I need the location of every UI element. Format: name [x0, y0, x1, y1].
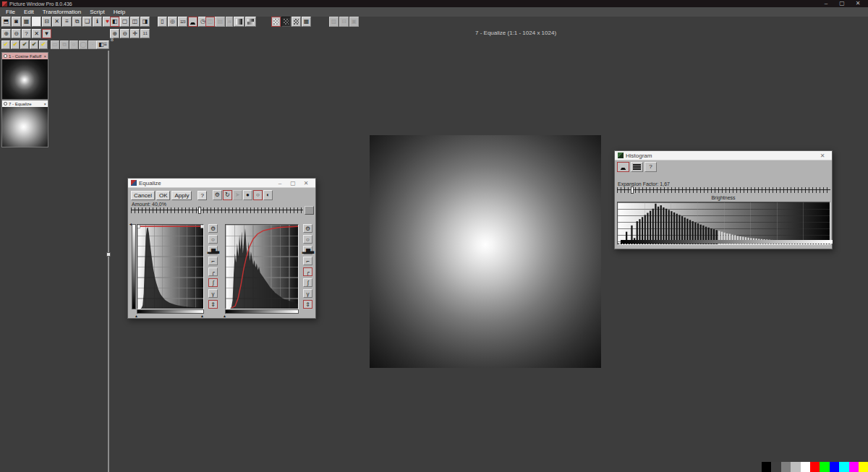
- print-button[interactable]: ⊟: [42, 17, 51, 27]
- swatch-dark-gray[interactable]: [771, 462, 780, 472]
- histwin-close-button[interactable]: ✕: [816, 153, 829, 159]
- menu-file[interactable]: File: [1, 7, 20, 17]
- range-marker[interactable]: ▲: [223, 314, 226, 318]
- out-gamma-icon[interactable]: γ: [303, 289, 312, 298]
- settings-button[interactable]: ⚙: [213, 190, 222, 200]
- zoom-out-button[interactable]: ⊖: [12, 29, 21, 38]
- histogram-tool-button[interactable]: [188, 17, 197, 27]
- apply-button[interactable]: Apply: [171, 191, 192, 200]
- thumbnail-image[interactable]: [2, 107, 48, 147]
- out-updown-icon[interactable]: ⇕: [303, 300, 312, 309]
- mask-check-5-button[interactable]: ✔: [39, 40, 48, 49]
- swatch-blue[interactable]: [830, 462, 839, 472]
- out-scurve-icon[interactable]: ∫: [303, 278, 312, 287]
- input-histogram-plot[interactable]: [137, 224, 204, 309]
- swatch-magenta[interactable]: [849, 462, 859, 472]
- mask-ellipse-button[interactable]: ○: [69, 40, 78, 49]
- out-step-icon[interactable]: ⌐: [303, 257, 312, 265]
- curve-step-icon[interactable]: ⌐: [208, 257, 218, 265]
- output-histogram-plot[interactable]: [225, 224, 299, 309]
- white-point-button[interactable]: ○: [253, 190, 263, 200]
- readout-123-button[interactable]: 123: [178, 17, 187, 27]
- pane-split-button[interactable]: ◫: [130, 17, 140, 27]
- range-marker[interactable]: ◄: [129, 223, 132, 226]
- menu-script[interactable]: Script: [85, 7, 109, 17]
- mask-check-2-button[interactable]: ✔: [11, 40, 20, 49]
- thumbnail-titlebar[interactable]: 7 - Equalize ×: [2, 100, 48, 107]
- clipboard-button[interactable]: ❏: [82, 17, 92, 27]
- amount-slider[interactable]: [131, 207, 303, 213]
- curve-arc-icon[interactable]: ╭: [208, 267, 218, 276]
- mask-check-4-button[interactable]: ✔: [30, 40, 38, 49]
- menu-transformation[interactable]: Transformation: [38, 7, 86, 17]
- out-histogram-icon[interactable]: ▂▆▃: [303, 246, 312, 254]
- range-marker[interactable]: ▲: [135, 314, 138, 318]
- black-point-button[interactable]: ●: [243, 190, 252, 200]
- ok-button[interactable]: OK: [156, 191, 171, 200]
- menu-edit[interactable]: Edit: [20, 7, 38, 17]
- close-tool-button[interactable]: ✕: [32, 29, 41, 38]
- close-icon[interactable]: ×: [43, 54, 46, 59]
- curve-scurve-icon[interactable]: ∫: [208, 278, 218, 287]
- swatch-gray[interactable]: [781, 462, 791, 472]
- menu-help[interactable]: Help: [109, 7, 129, 17]
- app-close-button[interactable]: ✕: [850, 0, 866, 7]
- out-circle-icon[interactable]: ○: [303, 235, 312, 244]
- gradient-button[interactable]: [234, 17, 244, 27]
- input-transfer-curve[interactable]: [137, 225, 203, 309]
- histwin-titlebar[interactable]: Histogram ✕: [615, 151, 832, 160]
- mask-check-3-button[interactable]: ✔: [20, 40, 29, 49]
- blank-button[interactable]: [32, 17, 41, 27]
- app-minimize-button[interactable]: –: [818, 0, 834, 7]
- dialog-titlebar[interactable]: Equalize –▢✕: [128, 179, 315, 188]
- refresh-button[interactable]: ↻: [223, 190, 232, 200]
- app-maximize-button[interactable]: ▢: [834, 0, 850, 7]
- mask-view-button[interactable]: ▨: [329, 17, 339, 27]
- curve-settings-icon[interactable]: ⚙: [208, 224, 218, 233]
- actual-size-button[interactable]: 1:1: [140, 29, 150, 38]
- swatch-green[interactable]: [820, 462, 829, 472]
- magnifier-button[interactable]: ◎: [168, 17, 177, 27]
- histogram-window[interactable]: Histogram ✕ ? Expansion Factor: 1,67 Bri…: [614, 150, 833, 249]
- mask-trash-button[interactable]: ▭: [51, 40, 59, 49]
- table-display-button[interactable]: [631, 162, 643, 172]
- thumbnail-titlebar[interactable]: 1 - Cosine Falloff ×: [2, 53, 48, 59]
- view-zoom-out-button[interactable]: ⊖: [120, 29, 129, 38]
- image-canvas[interactable]: [370, 135, 601, 368]
- pane-right-button[interactable]: ◨: [140, 17, 150, 27]
- slider-box-button[interactable]: [305, 206, 314, 215]
- dialog-maximize-button[interactable]: ▢: [286, 180, 299, 186]
- tool-dropdown-button[interactable]: ▼: [42, 29, 51, 38]
- panel-divider[interactable]: [108, 51, 109, 472]
- all-views-button[interactable]: All: [226, 17, 233, 27]
- output-transfer-curve[interactable]: [226, 225, 298, 309]
- radio-icon[interactable]: [4, 54, 7, 58]
- proof-button[interactable]: ⊟: [339, 17, 349, 27]
- zoom-in-button[interactable]: ⊕: [1, 29, 11, 38]
- pane-left-button[interactable]: ◧: [110, 17, 119, 27]
- pane-full-button[interactable]: ▢: [120, 17, 129, 27]
- grid-view-button[interactable]: ▤: [216, 17, 225, 27]
- histogram-display-button[interactable]: [617, 162, 629, 172]
- histwin-help-button[interactable]: ?: [644, 162, 657, 172]
- curve-gamma-icon[interactable]: γ: [208, 289, 218, 298]
- thumbnail-image[interactable]: [2, 59, 48, 99]
- mask-options-button[interactable]: ◧≡: [96, 40, 109, 49]
- cancel-button[interactable]: Cancel: [131, 191, 155, 200]
- mask-copy-button[interactable]: ⧉: [60, 40, 69, 49]
- swatch-red[interactable]: [810, 462, 820, 472]
- swatch-light-gray[interactable]: [791, 462, 800, 472]
- curve-circle-icon[interactable]: ○: [208, 235, 218, 244]
- copy-button[interactable]: ⧉: [72, 17, 82, 27]
- swatch-cyan[interactable]: [839, 462, 848, 472]
- thumbnail-equalize[interactable]: 7 - Equalize ×: [1, 100, 48, 147]
- equalize-dialog[interactable]: Equalize –▢✕ Cancel OK Apply ? ⚙↻➤●○◐ Am…: [127, 178, 316, 319]
- fit-view-button[interactable]: ✛: [130, 29, 140, 38]
- swatch-yellow[interactable]: [859, 462, 868, 472]
- midtone-button[interactable]: ◐: [263, 190, 273, 200]
- open-image-button[interactable]: ⬒: [1, 17, 11, 27]
- dialog-close-button[interactable]: ✕: [299, 180, 312, 186]
- mask-check-1-button[interactable]: ✔: [1, 40, 10, 49]
- transparency-mid-button[interactable]: [292, 17, 301, 27]
- close-icon[interactable]: ×: [43, 102, 46, 106]
